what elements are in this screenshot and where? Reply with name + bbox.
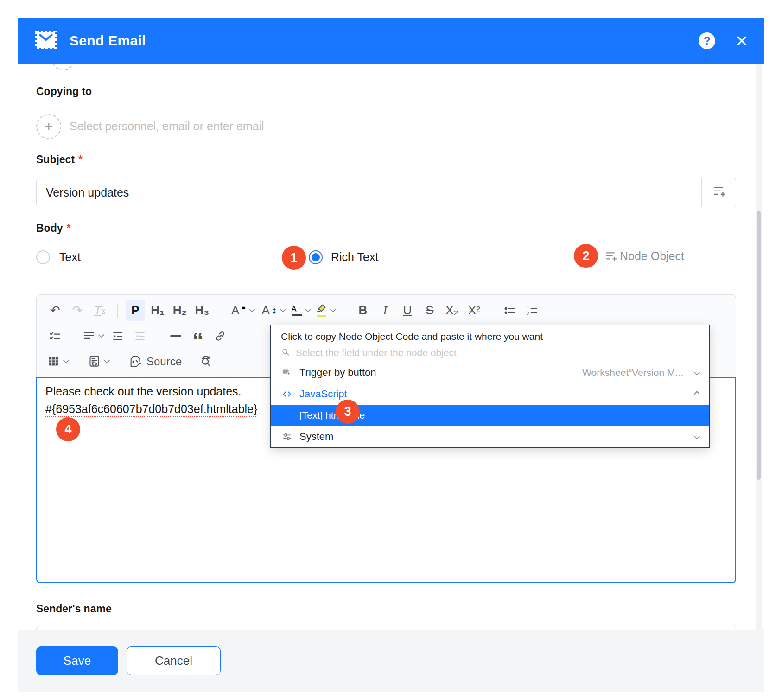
required-mark: * [78, 153, 83, 165]
required-mark: * [67, 222, 71, 234]
copying-to-label: Copying to [36, 85, 92, 98]
dialog-header: Send Email ? × [18, 18, 764, 64]
subject-field [36, 178, 736, 207]
chevron-down-icon [104, 357, 110, 363]
node-object-label: Node Object [620, 249, 684, 263]
toolbar-divider [73, 329, 73, 343]
panel-item-right-text: Worksheet“Version M... [582, 367, 683, 378]
panel-item-label: System [299, 431, 333, 443]
underline-icon[interactable]: U [398, 300, 417, 321]
italic-icon[interactable]: I [375, 300, 395, 321]
chevron-down-icon [98, 332, 104, 338]
font-color-icon: A [292, 305, 302, 316]
blockquote-icon[interactable]: “ [188, 326, 208, 346]
line-height-icon: A [262, 300, 270, 321]
code-icon [281, 389, 293, 399]
toolbar-row-1: ↶ ↷ Tx P H₁ H₂ H₃ A≡ A↕ A [41, 298, 731, 323]
undo-icon[interactable]: ↶ [45, 300, 65, 321]
node-object-button[interactable]: Node Object [605, 249, 684, 263]
radio-text-label[interactable]: Text [59, 250, 81, 264]
highlight-dropdown[interactable] [315, 300, 337, 321]
step-badge-4: 4 [56, 417, 80, 441]
node-object-icon [712, 185, 725, 200]
code-template-dropdown[interactable] [86, 351, 111, 372]
step-badge-2: 2 [574, 244, 598, 268]
chevron-down-icon [280, 306, 286, 312]
add-recipient-button[interactable]: + [36, 114, 61, 139]
source-label: Source [146, 355, 182, 368]
subject-input[interactable] [37, 178, 701, 207]
subject-node-object-button[interactable] [701, 178, 736, 207]
outdent-icon[interactable] [130, 326, 150, 346]
superscript-icon[interactable]: X² [464, 300, 484, 321]
node-object-icon [605, 250, 617, 262]
ordered-list-icon[interactable]: 1 2 [522, 300, 542, 321]
highlight-icon [317, 304, 327, 317]
search-icon [281, 347, 290, 358]
toolbar-divider [345, 304, 345, 318]
send-email-dialog: Send Email ? × Copying to + Select perso… [0, 0, 782, 700]
sender-name-label: Sender's name [36, 603, 112, 615]
toolbar-divider [119, 355, 119, 369]
heading3-button[interactable]: H₃ [192, 300, 212, 321]
toolbar-spacer [78, 355, 78, 369]
scrollbar-track[interactable] [756, 64, 762, 630]
chevron-down-icon [305, 306, 311, 312]
align-dropdown[interactable] [81, 326, 105, 346]
step-badge-1: 1 [282, 246, 306, 270]
chevron-down-icon[interactable] [694, 369, 700, 375]
close-icon[interactable]: × [736, 31, 748, 51]
trigger-button-icon [281, 368, 293, 378]
chevron-down-icon[interactable] [694, 433, 700, 439]
panel-item-system[interactable]: System [271, 426, 709, 447]
clear-format-icon[interactable]: Tx [90, 300, 109, 321]
svg-text:2: 2 [527, 310, 529, 316]
font-size-dropdown[interactable]: A≡ [228, 300, 256, 321]
bold-icon[interactable]: B [353, 300, 373, 321]
scrollbar-thumb[interactable] [757, 211, 761, 480]
table-dropdown[interactable] [45, 351, 70, 372]
chevron-up-icon[interactable] [694, 391, 700, 397]
subscript-icon[interactable]: X₂ [442, 300, 462, 321]
radio-rich-text[interactable] [309, 250, 323, 264]
line-height-dropdown[interactable]: A↕ [259, 300, 287, 321]
panel-search [271, 343, 709, 362]
toolbar-divider [158, 329, 158, 343]
heading2-button[interactable]: H₂ [170, 300, 190, 321]
node-object-code-token: #{6953af6c60607b7d0b7d03ef.htmltable} [45, 402, 257, 416]
subject-label: Subject* [36, 153, 83, 166]
align-icon [83, 330, 95, 342]
panel-item-javascript[interactable]: JavaScript [271, 383, 709, 405]
find-replace-icon[interactable] [196, 351, 216, 372]
source-button[interactable]: Source [127, 351, 184, 372]
chevron-down-icon [330, 306, 336, 312]
strikethrough-icon[interactable]: S [420, 300, 439, 321]
source-icon [129, 355, 142, 368]
help-icon[interactable]: ? [699, 32, 715, 49]
panel-hint: Click to copy Node Object Code and paste… [271, 325, 709, 343]
paragraph-button[interactable]: P [126, 300, 145, 321]
link-icon[interactable] [210, 326, 230, 346]
code-template-icon [88, 355, 101, 368]
chevron-down-icon [63, 357, 69, 363]
sliders-icon [281, 432, 293, 442]
redo-icon[interactable]: ↷ [68, 300, 87, 321]
heading1-button[interactable]: H₁ [148, 300, 167, 321]
toolbar-divider [117, 304, 118, 318]
radio-rich-text-label[interactable]: Rich Text [331, 250, 378, 264]
indent-icon[interactable] [108, 326, 127, 346]
save-button[interactable]: Save [36, 646, 118, 675]
horizontal-rule-icon[interactable] [166, 326, 185, 346]
panel-search-input[interactable] [296, 347, 699, 358]
radio-text[interactable] [36, 250, 50, 264]
plus-icon: + [45, 118, 53, 135]
font-color-dropdown[interactable]: A [290, 300, 312, 321]
bullet-list-icon[interactable] [500, 300, 520, 321]
font-size-icon: A [231, 300, 239, 321]
step-badge-3: 3 [336, 400, 360, 424]
cancel-button[interactable]: Cancel [127, 646, 221, 675]
copying-to-placeholder[interactable]: Select personnel, email or enter email [70, 120, 264, 133]
checklist-icon[interactable] [45, 326, 65, 346]
toolbar-divider [492, 304, 492, 318]
panel-item-trigger-by-button[interactable]: Trigger by button Worksheet“Version M... [271, 362, 709, 383]
